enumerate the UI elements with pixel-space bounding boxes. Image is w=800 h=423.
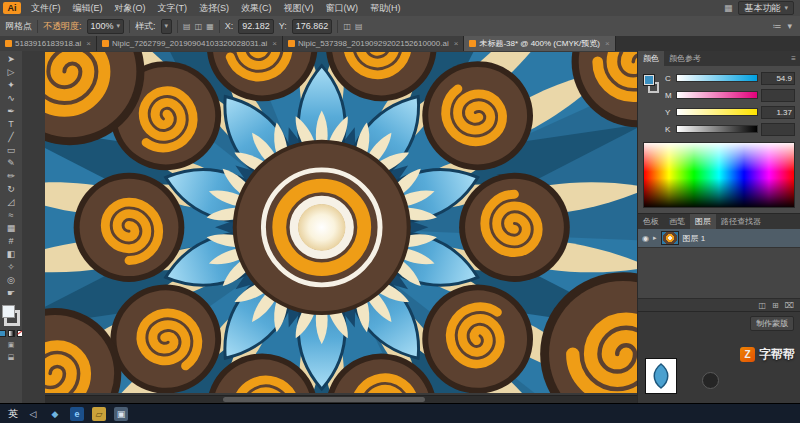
- mask-thumbnail[interactable]: [702, 372, 719, 389]
- paintbrush-tool[interactable]: ✎: [1, 157, 21, 170]
- grid-icon[interactable]: ▦: [206, 22, 214, 31]
- menu-type[interactable]: 文字(T): [152, 0, 194, 16]
- menu-file[interactable]: 文件(F): [25, 0, 67, 16]
- gradient-mode-button[interactable]: [8, 330, 15, 337]
- eyedropper-tool[interactable]: ✧: [1, 261, 21, 274]
- rectangle-tool[interactable]: ▭: [1, 144, 21, 157]
- selection-tool[interactable]: ➤: [1, 53, 21, 66]
- menu-edit[interactable]: 编辑(E): [67, 0, 109, 16]
- yellow-value[interactable]: 1.37: [761, 106, 795, 119]
- tools-panel: ➤ ▷ ✦ ∿ ✒ T ╱ ▭ ✎ ✏ ↻ ◿ ≈ ▦ # ◧ ✧ ◎ ☛ ▣ …: [0, 51, 23, 403]
- magenta-slider[interactable]: [676, 91, 758, 99]
- document-tab-2[interactable]: Nipic_7262799_20190904103320028031.ai ×: [97, 36, 283, 51]
- watermark: Z 字帮帮: [740, 346, 795, 363]
- chevron-down-icon[interactable]: ▾: [787, 21, 792, 31]
- chevron-down-icon[interactable]: ▾: [117, 22, 121, 30]
- fill-swatch[interactable]: [2, 305, 15, 318]
- ime-indicator[interactable]: 英: [8, 407, 18, 421]
- layer-name[interactable]: 图层 1: [683, 233, 706, 244]
- lasso-tool[interactable]: ∿: [1, 92, 21, 105]
- tab-pathfinder[interactable]: 路径查找器: [716, 214, 766, 229]
- pinned-app-icon[interactable]: ▣: [114, 407, 128, 421]
- stack-icon[interactable]: ◫: [343, 22, 351, 31]
- visibility-eye-icon[interactable]: ◉: [642, 234, 649, 243]
- speaker-icon[interactable]: ◁: [26, 407, 40, 421]
- document-tab-1[interactable]: 5183916183918.ai ×: [0, 36, 97, 51]
- black-slider[interactable]: [676, 125, 758, 133]
- opacity-input[interactable]: 100% ▾: [87, 19, 125, 34]
- close-icon[interactable]: ×: [454, 39, 459, 48]
- expand-icon[interactable]: ▸: [653, 234, 657, 242]
- line-tool[interactable]: ╱: [1, 131, 21, 144]
- magenta-value[interactable]: [761, 89, 795, 102]
- cyan-slider[interactable]: [676, 74, 758, 82]
- menu-effect[interactable]: 效果(C): [235, 0, 278, 16]
- stack-icon[interactable]: ◫: [195, 22, 203, 31]
- zoom-tool[interactable]: ◎: [1, 274, 21, 287]
- menu-window[interactable]: 窗口(W): [320, 0, 365, 16]
- document-tab-3[interactable]: Nipic_537398_20190929202152610000.ai ×: [283, 36, 464, 51]
- browser-icon[interactable]: e: [70, 407, 84, 421]
- layer-row[interactable]: ◉ ▸ 图层 1: [638, 229, 800, 248]
- align-icon[interactable]: ▤: [355, 22, 363, 31]
- screen-mode-icon[interactable]: ⬓: [8, 353, 15, 361]
- fill-swatch[interactable]: [643, 74, 655, 86]
- close-icon[interactable]: ×: [605, 39, 610, 48]
- stack-icon[interactable]: ◫: [759, 301, 767, 310]
- tab-color[interactable]: 颜色: [638, 51, 664, 66]
- document-tab-active[interactable]: 未标题-38* @ 400% (CMYK/预览) ×: [464, 36, 615, 51]
- pencil-tool[interactable]: ✏: [1, 170, 21, 183]
- transparency-panel: 制作蒙版 Z 字帮帮: [638, 311, 800, 403]
- tab-layers[interactable]: 图层: [690, 214, 716, 229]
- yellow-slider[interactable]: [676, 108, 758, 116]
- style-dropdown[interactable]: ▾: [161, 19, 173, 34]
- color-mode-button[interactable]: [0, 330, 6, 337]
- tab-swatches[interactable]: 色板: [638, 214, 664, 229]
- make-mask-button[interactable]: 制作蒙版: [750, 316, 794, 331]
- mesh-tool[interactable]: #: [1, 235, 21, 248]
- menu-object[interactable]: 对象(O): [109, 0, 152, 16]
- delete-layer-icon[interactable]: ⌧: [785, 301, 794, 310]
- color-spectrum[interactable]: [643, 142, 795, 208]
- hand-tool[interactable]: ☛: [1, 287, 21, 300]
- type-tool[interactable]: T: [1, 118, 21, 131]
- menu-select[interactable]: 选择(S): [193, 0, 235, 16]
- menu-help[interactable]: 帮助(H): [364, 0, 407, 16]
- align-icon[interactable]: ▤: [183, 22, 191, 31]
- rotate-tool[interactable]: ↻: [1, 183, 21, 196]
- x-input[interactable]: 92.182: [238, 19, 274, 34]
- workspace-switcher[interactable]: 基本功能 ▾: [738, 1, 794, 15]
- menu-view[interactable]: 视图(V): [278, 0, 320, 16]
- close-icon[interactable]: ×: [86, 39, 91, 48]
- draw-mode-icon[interactable]: ▣: [8, 341, 15, 349]
- fill-stroke-swatches[interactable]: [2, 305, 20, 326]
- style-label[interactable]: 样式:: [135, 20, 156, 33]
- arrange-documents-icon[interactable]: ▦: [724, 3, 733, 13]
- color-panel: 颜色 颜色参考 ≡ C 54.9 M Y: [638, 51, 800, 213]
- horizontal-scrollbar[interactable]: [45, 395, 638, 403]
- cyan-value[interactable]: 54.9: [761, 72, 795, 85]
- gradient-tool[interactable]: ◧: [1, 248, 21, 261]
- canvas[interactable]: [45, 52, 638, 393]
- chevron-down-icon[interactable]: ▾: [165, 22, 169, 30]
- options-icon[interactable]: ≔: [772, 21, 781, 31]
- width-tool[interactable]: ≈: [1, 209, 21, 222]
- magic-wand-tool[interactable]: ✦: [1, 79, 21, 92]
- pen-tool[interactable]: ✒: [1, 105, 21, 118]
- close-icon[interactable]: ×: [272, 39, 277, 48]
- direct-selection-tool[interactable]: ▷: [1, 66, 21, 79]
- opacity-label[interactable]: 不透明度:: [43, 20, 82, 33]
- scrollbar-thumb[interactable]: [223, 397, 425, 402]
- black-value[interactable]: [761, 123, 795, 136]
- panel-menu-icon[interactable]: ≡: [787, 51, 800, 66]
- y-input[interactable]: 176.862: [292, 19, 333, 34]
- app-logo[interactable]: Ai: [3, 2, 21, 14]
- object-thumbnail[interactable]: [645, 358, 677, 394]
- scale-tool[interactable]: ◿: [1, 196, 21, 209]
- tab-brushes[interactable]: 画笔: [664, 214, 690, 229]
- security-shield-icon[interactable]: ◆: [48, 407, 62, 421]
- free-transform-tool[interactable]: ▦: [1, 222, 21, 235]
- tab-color-guide[interactable]: 颜色参考: [664, 51, 706, 66]
- folder-icon[interactable]: ▱: [92, 407, 106, 421]
- new-layer-icon[interactable]: ⊞: [772, 301, 779, 310]
